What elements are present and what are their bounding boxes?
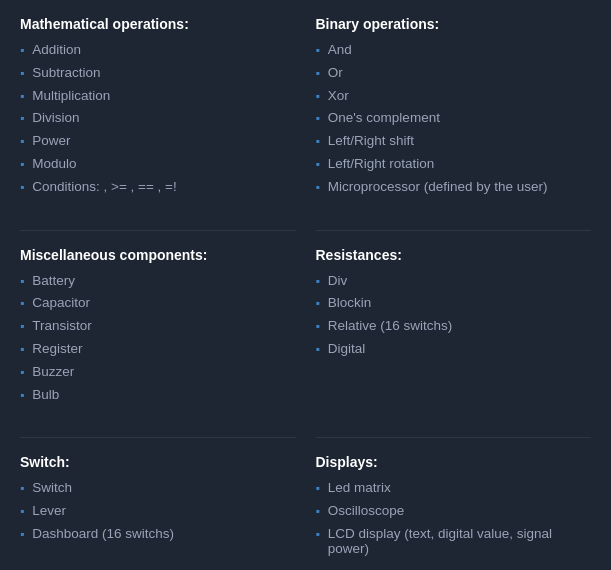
- list-item: And: [316, 42, 592, 59]
- list-item: Bulb: [20, 387, 296, 404]
- displays-section: Displays: Led matrix Oscilloscope LCD di…: [316, 433, 592, 562]
- list-item: Digital: [316, 341, 592, 358]
- displays-list: Led matrix Oscilloscope LCD display (tex…: [316, 480, 592, 556]
- binary-ops-list: And Or Xor One's complement Left/Right s…: [316, 42, 592, 196]
- list-item: Led matrix: [316, 480, 592, 497]
- misc-title: Miscellaneous components:: [20, 247, 296, 263]
- switch-section: Switch: Switch Lever Dashboard (16 switc…: [20, 433, 296, 562]
- list-item: Relative (16 switchs): [316, 318, 592, 335]
- list-item: Div: [316, 273, 592, 290]
- list-item: Lever: [20, 503, 296, 520]
- list-item: LCD display (text, digital value, signal…: [316, 526, 592, 556]
- list-item: Buzzer: [20, 364, 296, 381]
- binary-ops-section: Binary operations: And Or Xor One's comp…: [316, 16, 592, 202]
- list-item: Capacitor: [20, 295, 296, 312]
- resistances-section: Resistances: Div Blockin Relative (16 sw…: [316, 226, 592, 410]
- list-item: Xor: [316, 88, 592, 105]
- list-item: Oscilloscope: [316, 503, 592, 520]
- list-item: Switch: [20, 480, 296, 497]
- list-item: Modulo: [20, 156, 296, 173]
- list-item: Battery: [20, 273, 296, 290]
- switch-title: Switch:: [20, 454, 296, 470]
- binary-ops-title: Binary operations:: [316, 16, 592, 32]
- misc-section: Miscellaneous components: Battery Capaci…: [20, 226, 296, 410]
- list-item: Left/Right shift: [316, 133, 592, 150]
- list-item: Register: [20, 341, 296, 358]
- switch-list: Switch Lever Dashboard (16 switchs): [20, 480, 296, 542]
- list-item: Left/Right rotation: [316, 156, 592, 173]
- list-item: Transistor: [20, 318, 296, 335]
- list-item: Or: [316, 65, 592, 82]
- list-item: Microprocessor (defined by the user): [316, 179, 592, 196]
- list-item: Addition: [20, 42, 296, 59]
- list-item: One's complement: [316, 110, 592, 127]
- list-item: Conditions: , >= , == , =!: [20, 179, 296, 196]
- math-ops-section: Mathematical operations: Addition Subtra…: [20, 16, 296, 202]
- list-item: Dashboard (16 switchs): [20, 526, 296, 543]
- resistances-list: Div Blockin Relative (16 switchs) Digita…: [316, 273, 592, 358]
- math-ops-list: Addition Subtraction Multiplication Divi…: [20, 42, 296, 196]
- list-item: Division: [20, 110, 296, 127]
- math-ops-title: Mathematical operations:: [20, 16, 296, 32]
- displays-title: Displays:: [316, 454, 592, 470]
- list-item: Subtraction: [20, 65, 296, 82]
- resistances-title: Resistances:: [316, 247, 592, 263]
- list-item: Blockin: [316, 295, 592, 312]
- list-item: Multiplication: [20, 88, 296, 105]
- list-item: Power: [20, 133, 296, 150]
- misc-list: Battery Capacitor Transistor Register Bu…: [20, 273, 296, 404]
